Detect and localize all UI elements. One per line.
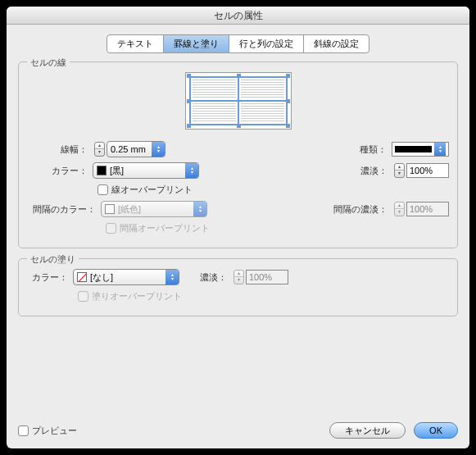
tint-stepper[interactable]: ▴▾ (394, 163, 405, 178)
dialog-window: セルの属性 テキスト 罫線と塗り 行と列の設定 斜線の設定 セルの線 線幅： ▴… (7, 7, 469, 448)
ok-button[interactable]: OK (414, 422, 458, 439)
gap-tint-stepper: ▴▾ (394, 202, 405, 216)
weight-combo[interactable]: 0.25 mm (107, 141, 165, 157)
fill-tint-label: 濃淡： (196, 271, 232, 284)
gap-overprint-label: 間隔オーバープリント (120, 222, 210, 234)
color-label: カラー： (27, 165, 93, 177)
type-label: 種類： (351, 143, 392, 156)
fill-tint-field (246, 270, 288, 284)
gap-tint-field (406, 202, 449, 216)
titlebar: セルの属性 (7, 7, 469, 25)
weight-label: 線幅： (27, 143, 93, 156)
preview-checkbox[interactable] (18, 425, 29, 436)
tab-text[interactable]: テキスト (107, 34, 164, 53)
cancel-button[interactable]: キャンセル (329, 422, 406, 439)
fill-color-dropdown[interactable]: [なし] (73, 269, 179, 285)
tint-field[interactable] (406, 163, 449, 178)
solid-line-icon (395, 146, 432, 152)
cell-preview[interactable] (185, 72, 292, 130)
weight-stepper[interactable]: ▴▾ (94, 142, 105, 157)
gap-color-dropdown: [紙色] (101, 201, 207, 217)
fill-fieldset: セルの塗り カラー： [なし] 濃淡： ▴▾ 塗りオーバープリント (18, 258, 458, 316)
swatch-black-icon (97, 166, 107, 175)
gap-overprint-checkbox (106, 223, 116, 234)
tabs: テキスト 罫線と塗り 行と列の設定 斜線の設定 (18, 34, 458, 53)
fill-color-label: カラー： (27, 271, 73, 284)
swatch-paper-icon (105, 204, 115, 214)
swatch-none-icon (77, 272, 87, 282)
fill-legend: セルの塗り (27, 253, 79, 266)
stroke-fieldset: セルの線 線幅： ▴▾ 0.25 mm 種類： (18, 61, 458, 248)
gap-color-label: 間隔のカラー： (27, 203, 101, 216)
fill-overprint-label: 塗りオーバープリント (92, 290, 182, 303)
stroke-overprint-checkbox[interactable] (97, 184, 108, 195)
stroke-legend: セルの線 (27, 57, 70, 69)
type-dropdown[interactable] (392, 142, 449, 157)
fill-overprint-checkbox (78, 291, 88, 302)
stroke-overprint-label: 線オーバープリント (111, 184, 193, 196)
gap-tint-label: 間隔の濃淡： (333, 203, 392, 216)
tab-stroke-fill[interactable]: 罫線と塗り (163, 34, 229, 53)
fill-tint-stepper: ▴▾ (233, 270, 244, 284)
preview-label: プレビュー (32, 425, 77, 437)
tint-label: 濃淡： (351, 165, 392, 177)
color-dropdown[interactable]: [黒] (93, 162, 199, 179)
tab-rows-cols[interactable]: 行と列の設定 (229, 34, 304, 53)
tab-diagonal[interactable]: 斜線の設定 (303, 34, 369, 53)
